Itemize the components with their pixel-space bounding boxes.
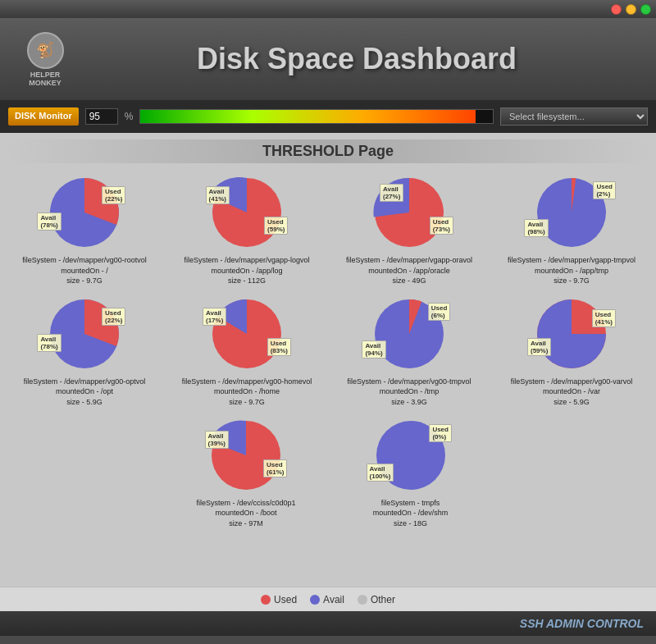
chart-label: fileSystem - /dev/mapper/vgapp-tmpvolmou…: [508, 255, 636, 286]
footer-text: SSH ADMIN CONTROL: [520, 617, 644, 630]
pie-chart-10: Used(0%) Avail(100%): [362, 414, 460, 496]
chart-item: Used(61%) Avail(39%) fileSystem - /dev/c…: [196, 414, 295, 529]
used-label: Used(6%): [428, 303, 451, 321]
other-dot: [358, 595, 367, 605]
chart-label: fileSystem - /dev/mapper/vg00-optvolmoun…: [24, 377, 146, 408]
title-bar: [0, 0, 656, 18]
chart-item: Used(41%) Avail(59%) fileSystem - /dev/m…: [494, 293, 649, 408]
chart-item: Used(59%) Avail(41%) fileSystem - /dev/m…: [169, 171, 325, 286]
chart-label: fileSystem - /dev/mapper/vgapp-oravolmou…: [346, 255, 472, 286]
used-dot: [261, 595, 271, 605]
avail-label: Avail(78%): [37, 334, 61, 352]
pie-chart-2: Used(59%) Avail(41%): [198, 171, 296, 253]
chart-label: fileSystem - /dev/mapper/vg00-homevolmou…: [182, 377, 312, 408]
legend-avail: Avail: [310, 594, 344, 605]
chart-item: Used(22%) Avail(78%) fileSystem - /dev/m…: [7, 293, 162, 408]
used-label: Used(22%): [102, 308, 125, 326]
avail-label: Avail(41%): [206, 186, 230, 204]
chart-label: fileSystem - tmpfsmountedOn - /dev/shmsi…: [373, 498, 449, 529]
legend-other: Other: [358, 594, 395, 605]
minimize-button[interactable]: [626, 4, 636, 15]
chart-item: Used(83%) Avail(17%) fileSystem - /dev/m…: [169, 293, 325, 408]
main-content: THRESHOLD Page Used(22%) Avail(78%) file…: [0, 133, 656, 587]
legend-used: Used: [261, 594, 297, 605]
avail-label: Avail(100%): [367, 464, 394, 482]
pie-chart-4: Used(2%) Avail(98%): [522, 171, 621, 253]
pie-chart-1: Used(22%) Avail(78%): [35, 171, 134, 253]
charts-row-2: Used(22%) Avail(78%) fileSystem - /dev/m…: [7, 293, 649, 408]
avail-dot: [310, 595, 320, 605]
maximize-button[interactable]: [640, 4, 651, 15]
avail-label: Avail(39%): [205, 431, 229, 449]
pie-chart-8: Used(41%) Avail(59%): [522, 293, 621, 375]
chart-label: fileSystem - /dev/mapper/vg00-rootvolmou…: [22, 255, 147, 286]
progress-bar: [139, 109, 494, 124]
pie-chart-7: Used(6%) Avail(94%): [360, 293, 458, 375]
filesystem-dropdown[interactable]: Select filesystem... /dev/mapper/vg00-ro…: [500, 107, 648, 126]
close-button[interactable]: [611, 4, 622, 15]
logo-icon: 🐒: [27, 32, 64, 69]
used-label: Used(41%): [592, 309, 616, 327]
chart-item: Used(73%) Avail(27%) fileSystem - /dev/m…: [331, 171, 487, 286]
chart-label: fileSystem - /dev/mapper/vg00-tmpvolmoun…: [347, 377, 471, 408]
used-label: Used(59%): [264, 217, 288, 235]
used-label: Used: [274, 594, 297, 605]
chart-item: Used(0%) Avail(100%) fileSystem - tmpfsm…: [362, 414, 460, 529]
avail-label: Avail(17%): [203, 308, 226, 326]
disk-monitor-button[interactable]: DISK Monitor: [8, 107, 79, 125]
pie-chart-6: Used(83%) Avail(17%): [198, 293, 296, 375]
toolbar: DISK Monitor % Select filesystem... /dev…: [0, 100, 656, 133]
section-title: THRESHOLD Page: [7, 139, 649, 163]
avail-label: Avail(59%): [527, 338, 551, 356]
chart-item: Used(6%) Avail(94%) fileSystem - /dev/ma…: [331, 293, 487, 408]
threshold-input[interactable]: [85, 108, 118, 125]
pie-chart-9: Used(61%) Avail(39%): [197, 414, 295, 496]
used-label: Used(2%): [593, 181, 616, 199]
used-label: Used(83%): [267, 338, 291, 356]
progress-bar-fill: [140, 110, 475, 123]
charts-row-3: Used(61%) Avail(39%) fileSystem - /dev/c…: [7, 414, 649, 529]
avail-label: Avail(27%): [380, 184, 403, 202]
pie-chart-5: Used(22%) Avail(78%): [35, 293, 134, 375]
chart-label: fileSystem - /dev/mapper/vg00-varvolmoun…: [511, 377, 633, 408]
used-label: Used(22%): [102, 186, 125, 204]
chart-label: fileSystem - /dev/cciss/c0d0p1mountedOn …: [196, 498, 295, 529]
footer: SSH ADMIN CONTROL: [0, 611, 656, 636]
chart-item: Used(22%) Avail(78%) fileSystem - /dev/m…: [7, 171, 162, 286]
used-label: Used(61%): [263, 459, 287, 477]
other-label: Other: [371, 594, 395, 605]
threshold-unit: %: [125, 111, 134, 122]
logo-text: HELPER MONKEY: [16, 71, 74, 87]
pie-chart-3: Used(73%) Avail(27%): [360, 171, 458, 253]
chart-item: Used(2%) Avail(98%) fileSystem - /dev/ma…: [494, 171, 649, 286]
app-title: Disk Space Dashboard: [74, 42, 640, 76]
used-label: Used(73%): [430, 217, 453, 235]
logo-area: 🐒 HELPER MONKEY: [16, 32, 74, 87]
avail-label: Avail(78%): [37, 212, 61, 231]
legend: Used Avail Other: [0, 587, 656, 611]
chart-label: fileSystem - /dev/mapper/vgapp-logvolmou…: [184, 255, 309, 286]
avail-label: Avail(94%): [362, 340, 385, 359]
header: 🐒 HELPER MONKEY Disk Space Dashboard: [0, 18, 656, 100]
avail-label: Avail(98%): [524, 219, 548, 237]
avail-label: Avail: [323, 594, 344, 605]
charts-row-1: Used(22%) Avail(78%) fileSystem - /dev/m…: [7, 171, 649, 286]
used-label: Used(0%): [429, 424, 452, 442]
